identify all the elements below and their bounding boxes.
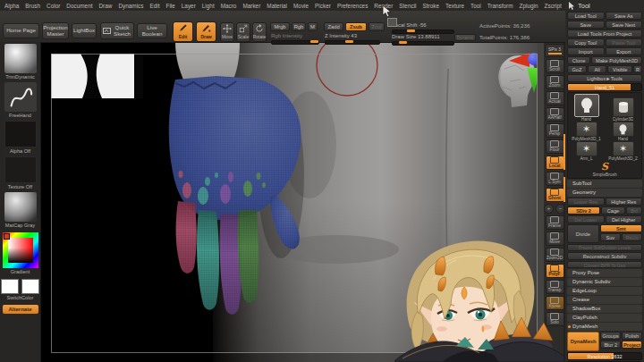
dynamesh-project-toggle[interactable]: Project [622, 341, 642, 349]
canvas-zoom-in-icon[interactable]: + [544, 204, 554, 214]
rgb-button[interactable]: Rgb [292, 22, 306, 31]
scroll-button[interactable]: Scroll [546, 59, 564, 73]
zoom-button[interactable]: Zoom [546, 75, 564, 89]
lower-res-button[interactable]: Lower Res [567, 198, 605, 206]
menu-color[interactable]: Color [47, 3, 60, 9]
freeze-subdivision-button[interactable]: Freeze SubDivision Levels [567, 244, 642, 251]
rgb-intensity-slider[interactable] [271, 40, 319, 45]
lightbox-button[interactable]: LightBox [72, 23, 97, 38]
goz-button[interactable]: GoZ [567, 65, 587, 73]
spix-slider[interactable]: SPix 3 [545, 44, 565, 57]
current-brush-thumbnail[interactable] [4, 44, 37, 73]
cage-button[interactable]: Cage [601, 206, 625, 215]
goz-all-button[interactable]: All [588, 65, 607, 73]
menu-alpha[interactable]: Alpha [4, 3, 19, 9]
menu-stroke[interactable]: Stroke [423, 3, 439, 9]
smt-toggle[interactable]: Smt [600, 224, 642, 232]
divide-button[interactable]: Divide [567, 224, 599, 243]
floor-button[interactable]: Floor [546, 139, 564, 154]
tool-thumb-hand-2[interactable]: Hand [606, 122, 640, 141]
zadd-button[interactable]: Zadd [324, 22, 343, 31]
claypolish-section-header[interactable]: ClayPolish [567, 314, 642, 322]
menu-document[interactable]: Document [66, 3, 92, 9]
goz-r-button[interactable]: R [633, 65, 642, 73]
draw-mode-button[interactable]: Draw [196, 21, 216, 42]
aahalf-button[interactable]: AAHalf [546, 107, 564, 122]
reuv-button[interactable]: ReUv [622, 233, 642, 241]
frame-button[interactable]: Frame [546, 215, 564, 230]
lsym-button[interactable]: L.Sym [546, 172, 564, 186]
clone-button[interactable]: Clone [567, 56, 590, 64]
save-next-button[interactable]: Save Next [606, 21, 643, 29]
bvl-button[interactable]: Bvl [626, 206, 642, 215]
draw-size-slider[interactable] [392, 41, 454, 46]
active-tool-slider[interactable]: Hand_51 [567, 83, 642, 91]
menu-dynamics[interactable]: Dynamics [118, 3, 143, 9]
load-tools-from-project-button[interactable]: Load Tools From Project [567, 29, 642, 38]
alternate-button[interactable]: Alternate [3, 305, 38, 314]
secondary-color-swatch[interactable] [21, 279, 39, 294]
dynamesh-section-header[interactable]: DynaMesh [567, 323, 642, 331]
current-stroke-thumbnail[interactable] [4, 82, 37, 112]
persp-button[interactable]: Persp [546, 123, 564, 138]
current-texture-thumbnail[interactable] [4, 156, 37, 183]
goz-visible-button[interactable]: Visible [607, 65, 632, 73]
dynamesh-polish-toggle[interactable]: Polish [622, 332, 642, 340]
rotate-mode-button[interactable]: Rotate [252, 22, 267, 42]
local-button[interactable]: Local [546, 156, 564, 170]
save-button[interactable]: Save [567, 21, 605, 29]
current-material-thumbnail[interactable] [4, 192, 37, 222]
menu-material[interactable]: Material [267, 3, 287, 9]
menu-marker[interactable]: Marker [242, 3, 260, 9]
shadowbox-section-header[interactable]: ShadowBox [567, 305, 642, 313]
lightbox-tools-button[interactable]: Lightbox►Tools [567, 74, 642, 82]
reconstruct-subdiv-button[interactable]: Reconstruct Subdiv [567, 252, 642, 260]
import-button[interactable]: Import [567, 47, 605, 55]
menu-draw[interactable]: Draw [98, 3, 112, 9]
subtool-section-header[interactable]: SubTool [567, 180, 642, 188]
menu-zplugin[interactable]: Zplugin [520, 3, 538, 9]
save-as-button[interactable]: Save As [606, 12, 643, 20]
mrgb-button[interactable]: Mrgb [270, 22, 290, 31]
ghost-button[interactable]: Ghost [546, 188, 564, 202]
z-intensity-slider[interactable] [325, 40, 380, 45]
actual-button[interactable]: Actual [546, 91, 564, 105]
menu-transform[interactable]: Transform [487, 3, 513, 9]
geometry-section-header[interactable]: Geometry [567, 189, 642, 197]
tool-thumb-simplebrush[interactable]: S SimpleBrush [569, 161, 640, 177]
paste-tool-button[interactable]: Paste Tool [606, 38, 643, 46]
color-picker[interactable] [3, 232, 38, 268]
dynamic-button[interactable]: Dynamic [454, 34, 476, 41]
menu-movie[interactable]: Movie [293, 3, 309, 9]
menu-tool[interactable]: Tool [470, 3, 481, 9]
zcut-button[interactable]: Zcut [369, 22, 385, 31]
dynamesh-groups-toggle[interactable]: Groups [600, 332, 621, 340]
menu-picker[interactable]: Picker [315, 3, 331, 9]
edgeloop-section-header[interactable]: EdgeLoop [567, 287, 642, 295]
menu-texture[interactable]: Texture [445, 3, 464, 9]
crease-section-header[interactable]: Crease [567, 296, 642, 304]
menu-layer[interactable]: Layer [182, 3, 196, 9]
del-higher-button[interactable]: Del Higher [606, 215, 643, 223]
menu-light[interactable]: Light [202, 3, 215, 9]
menu-brush[interactable]: Brush [25, 3, 40, 9]
scale-mode-button[interactable]: Scale [236, 22, 250, 42]
suv-toggle[interactable]: Suv [600, 233, 621, 241]
copy-tool-button[interactable]: Copy Tool [567, 38, 605, 46]
higher-res-button[interactable]: Higher Res [606, 198, 643, 206]
tool-thumb-hand[interactable]: Hand [569, 94, 604, 122]
menu-edit[interactable]: Edit [149, 3, 159, 9]
make-polymesh3d-button[interactable]: Make PolyMesh3D [591, 56, 642, 64]
zsub-button[interactable]: Zsub [345, 22, 367, 31]
dynamic-subdiv-section-header[interactable]: Dynamic Subdiv [567, 278, 642, 286]
dynamesh-blur-slider[interactable]: Blur 2 [600, 341, 621, 349]
m-button[interactable]: M [308, 22, 318, 31]
menu-zscript[interactable]: Zscript [545, 3, 562, 9]
dynamesh-button[interactable]: DynaMesh [567, 332, 599, 351]
load-tool-button[interactable]: Load Tool [567, 12, 605, 20]
projection-master-button[interactable]: Projection Master [42, 22, 69, 39]
quick-sketch-button[interactable]: Quick Sketch [100, 22, 134, 39]
menu-preferences[interactable]: Preferences [337, 3, 368, 9]
tool-thumb-polymesh3d-2[interactable]: ✶ PolyMesh3D_2 [606, 141, 640, 161]
color-picker-sv-square[interactable] [8, 238, 33, 263]
